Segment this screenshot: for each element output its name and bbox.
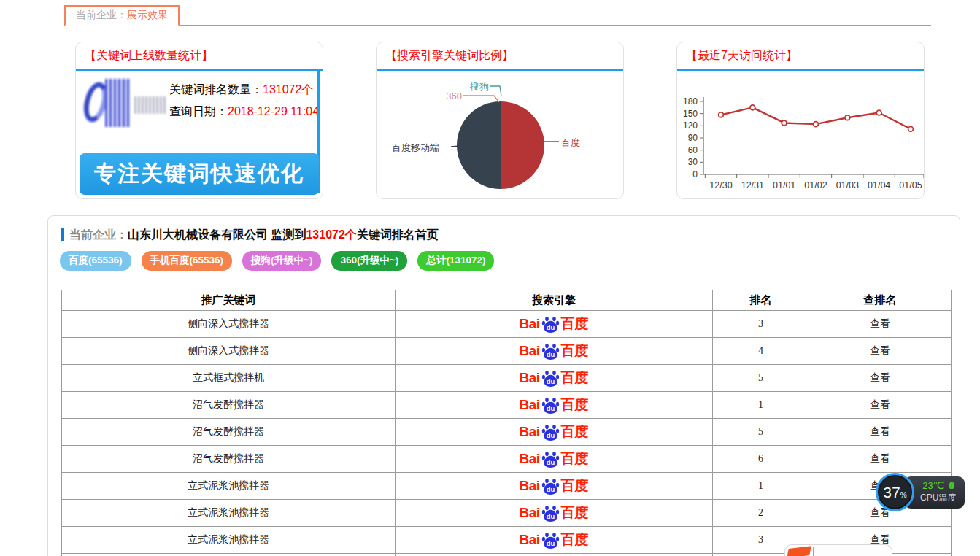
engine-badge[interactable]: 总计(131072) xyxy=(417,251,494,271)
engine-cell: Bai du 百度 xyxy=(396,500,713,527)
engine-badge[interactable]: 360(升级中~) xyxy=(331,251,407,271)
cpu-usage-dial: 37% xyxy=(876,473,914,511)
svg-text:01/05: 01/05 xyxy=(899,180,922,190)
svg-text:du: du xyxy=(546,351,555,358)
svg-text:150: 150 xyxy=(683,109,698,119)
baidu-paw-icon: du xyxy=(541,315,560,333)
line-chart: 030609012015018012/3012/3101/0101/0201/0… xyxy=(677,42,925,199)
promo-banner[interactable]: 专注关键词快速优化 xyxy=(80,153,319,195)
engine-badge[interactable]: 百度(65536) xyxy=(60,251,131,271)
baidu-logo: Bai du 百度 xyxy=(519,422,588,441)
rank-count-line: 关键词排名数量：131072个 xyxy=(169,79,319,101)
view-rank-link[interactable]: 查看 xyxy=(809,338,952,365)
leaf-icon xyxy=(946,481,956,490)
rank-cell: 2 xyxy=(713,500,809,527)
baidu-logo-text-cn: 百度 xyxy=(561,395,589,414)
page: 当前企业：展示效果 【关键词上线数量统计】 关键词排名数量：131072个 查询… xyxy=(0,0,980,556)
baidu-logo: Bai du 百度 xyxy=(519,449,588,468)
baidu-logo-text-cn: 百度 xyxy=(561,422,589,441)
query-date-value: 2018-12-29 11:04 xyxy=(228,105,319,117)
keyword-cell: 立式泥浆池搅拌器 xyxy=(62,500,396,527)
table-header-row: 推广关键词 搜索引擎 排名 查排名 xyxy=(62,290,952,311)
baidu-logo-text-bai: Bai xyxy=(519,451,539,467)
view-rank-link[interactable]: 查看 xyxy=(809,365,952,392)
pie-label-360: 360 xyxy=(435,90,462,101)
svg-text:01/03: 01/03 xyxy=(836,180,859,190)
engine-cell: Bai du 百度 xyxy=(396,554,713,556)
svg-text:01/01: 01/01 xyxy=(773,180,795,190)
baidu-logo-text-cn: 百度 xyxy=(561,530,589,549)
baidu-paw-icon: du xyxy=(541,396,560,414)
baidu-logo: Bai du 百度 xyxy=(519,503,588,522)
baidu-paw-icon: du xyxy=(541,342,560,360)
panel-engine-ratio-title: 【搜索引擎关键词比例】 xyxy=(377,42,623,71)
baidu-logo: Bai du 百度 xyxy=(519,314,588,333)
rank-cell: 6 xyxy=(713,446,809,473)
table-row: 立式泥浆池搅拌器 Bai du 百度 2 查看 xyxy=(62,500,952,527)
svg-text:du: du xyxy=(546,432,555,439)
keyword-cell: 沼气发酵搅拌器 xyxy=(62,419,396,446)
engine-cell: Bai du 百度 xyxy=(396,311,713,338)
baidu-logo: Bai du 百度 xyxy=(519,368,588,387)
view-rank-link[interactable]: 查看 xyxy=(809,311,952,338)
svg-text:du: du xyxy=(546,324,555,331)
monitored-suffix: 关键词排名首页 xyxy=(357,228,439,241)
cpu-temp-widget[interactable]: 37% 23℃ CPU温度 xyxy=(876,473,965,511)
baidu-logo-text-cn: 百度 xyxy=(561,503,589,522)
baidu-logo-text-bai: Bai xyxy=(519,424,539,440)
svg-text:180: 180 xyxy=(683,96,698,107)
header-rank: 排名 xyxy=(713,290,809,311)
cpu-temp-row: 23℃ xyxy=(920,480,956,491)
view-rank-link[interactable]: 查看 xyxy=(809,419,952,446)
panel-keyword-count: 【关键词上线数量统计】 关键词排名数量：131072个 查询日期：2018-12… xyxy=(75,42,323,199)
keyword-cell: 立式泥浆池搅拌器 xyxy=(62,473,396,500)
monitored-count: 131072个 xyxy=(306,228,356,241)
svg-text:60: 60 xyxy=(688,145,698,155)
view-rank-link[interactable]: 查看 xyxy=(809,446,952,473)
header-engine: 搜索引擎 xyxy=(396,290,713,311)
tab-prefix-label: 当前企业： xyxy=(76,9,127,20)
table-row: 立式泥浆池搅拌器 Bai du 百度 1 查看 xyxy=(62,473,952,500)
view-rank-link[interactable]: 查看 xyxy=(809,392,952,419)
svg-text:120: 120 xyxy=(683,120,698,131)
keyword-cell: 立式泥浆池搅拌器 xyxy=(62,527,396,554)
rank-cell: 1 xyxy=(713,392,809,419)
baidu-logo-text-cn: 百度 xyxy=(561,314,589,333)
query-date-label: 查询日期： xyxy=(169,105,228,117)
baidu-logo: Bai du 百度 xyxy=(519,530,588,549)
svg-text:du: du xyxy=(546,378,555,385)
baidu-logo-text-bai: Bai xyxy=(519,505,539,521)
cpu-percent-value: 37 xyxy=(883,475,900,509)
baidu-paw-icon: du xyxy=(541,369,560,387)
monitored-prefix: 监测到 xyxy=(268,228,306,241)
tab-active-label: 展示效果 xyxy=(127,9,168,20)
table-row: 侧向深入式搅拌器 Bai du 百度 3 查看 xyxy=(62,311,952,338)
header-keyword: 推广关键词 xyxy=(62,290,396,311)
engine-badges: 百度(65536)手机百度(65536)搜狗(升级中~)360(升级中~)总计(… xyxy=(60,251,504,271)
logo-gray-text xyxy=(134,96,166,114)
baidu-paw-icon: du xyxy=(541,504,560,522)
keyword-cell: 沼气发酵搅拌器 xyxy=(62,446,396,473)
popup-partial[interactable] xyxy=(784,544,892,556)
tab-current-company[interactable]: 当前企业：展示效果 xyxy=(64,5,180,26)
baidu-logo: Bai du 百度 xyxy=(519,341,588,360)
keyword-cell: 沼气发酵搅拌器 xyxy=(62,392,396,419)
section-marker xyxy=(61,228,64,241)
engine-badge[interactable]: 搜狗(升级中~) xyxy=(242,251,321,271)
panel-engine-ratio: 【搜索引擎关键词比例】 搜狗 360 百度移动端 百度 xyxy=(376,42,624,199)
logo-bars-shape xyxy=(105,79,130,127)
pie-label-baidu: 百度 xyxy=(561,136,580,150)
svg-text:du: du xyxy=(546,540,555,547)
keyword-cell: 侧向深入式搅拌器 xyxy=(62,338,396,365)
flag-icon xyxy=(787,546,811,556)
rank-cell: 5 xyxy=(713,365,809,392)
company-summary: 当前企业：山东川大机械设备有限公司 监测到131072个关键词排名首页 xyxy=(61,228,439,243)
baidu-logo-text-cn: 百度 xyxy=(561,341,589,360)
svg-text:du: du xyxy=(546,486,555,493)
engine-cell: Bai du 百度 xyxy=(396,338,713,365)
baidu-paw-icon: du xyxy=(541,477,560,495)
engine-cell: Bai du 百度 xyxy=(396,365,713,392)
engine-cell: Bai du 百度 xyxy=(396,527,713,554)
engine-badge[interactable]: 手机百度(65536) xyxy=(142,251,233,271)
keyword-cell: 立式框式搅拌机 xyxy=(62,365,396,392)
